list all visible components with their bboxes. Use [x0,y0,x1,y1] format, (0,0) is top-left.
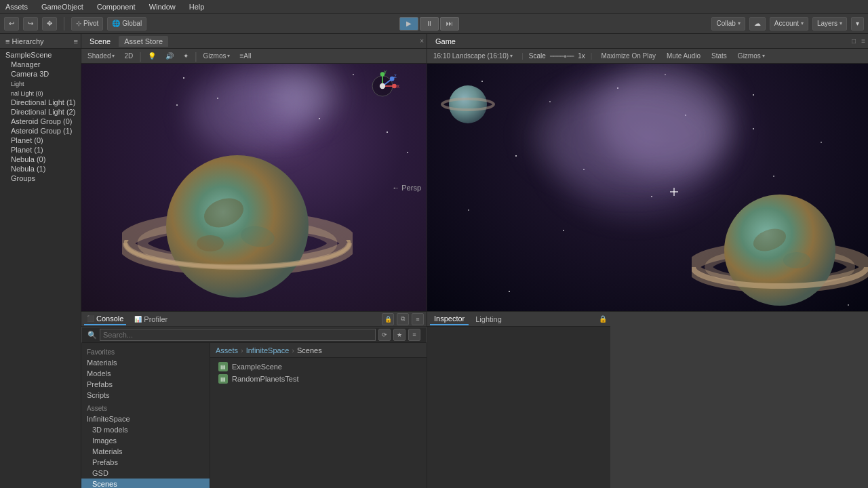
menu-gameobject[interactable]: GameObject [39,3,86,11]
layers-button[interactable]: Layers ▾ [812,17,847,30]
play-button[interactable]: ▶ [399,17,418,30]
hierarchy-camera3d[interactable]: Camera 3D [0,69,81,79]
hierarchy-manager[interactable]: Manager [0,60,81,69]
inspector-lock-icon[interactable]: 🔒 [598,314,608,324]
redo-button[interactable]: ↪ [23,17,38,30]
scene-fx-btn[interactable]: ✦ [180,52,192,60]
menu-help[interactable]: Help [186,3,208,11]
undo-button[interactable]: ↩ [4,17,19,30]
sidebar-prefabs-fav[interactable]: Prefabs [81,379,210,390]
account-button[interactable]: Account ▾ [770,17,808,30]
svg-point-26 [724,195,835,306]
cloud-button[interactable]: ☁ [749,17,766,30]
profiler-tab[interactable]: 📊 Profiler [132,314,170,325]
file-randomplanetstest[interactable]: ▤ RandomPlanetsTest [216,373,421,385]
scene-canvas[interactable]: X Y Z ← Persp [81,64,427,311]
scene-light-btn[interactable]: 💡 [144,52,159,60]
hierarchy-dirlight3[interactable]: Directional Light (2) [0,107,81,117]
hierarchy-asteroid1[interactable]: Asteroid Group (1) [0,126,81,136]
inspector-tab[interactable]: Inspector [430,313,469,325]
global-icon: 🌐 [112,20,120,27]
layers-label: Layers [817,20,837,27]
2d-button[interactable]: 2D [121,52,136,60]
hierarchy-planet1[interactable]: Planet (1) [0,145,81,155]
breadcrumb-assets[interactable]: Assets [216,346,238,354]
scene-tb-divider: | [139,51,142,62]
search-input[interactable] [100,329,376,341]
hierarchy-samplescene[interactable]: SampleScene [0,50,81,60]
sidebar-scenes[interactable]: Scenes [81,479,210,488]
gstar-5 [753,128,754,129]
hierarchy-dirlight1[interactable]: nal Light (0) [0,88,81,98]
play-icon: ▶ [406,20,412,27]
scene-tab[interactable]: Scene [84,36,116,47]
menu-window[interactable]: Window [146,3,178,11]
hierarchy-dirlight2[interactable]: Directional Light (1) [0,98,81,107]
hierarchy-menu-icon[interactable]: ≡ [74,37,78,45]
gstar-15 [563,230,564,231]
menu-component[interactable]: Component [94,3,138,11]
step-button[interactable]: ⏭ [440,17,459,30]
breadcrumb-sep-1: › [241,346,243,354]
game-scale-label: Scale [529,52,546,60]
svg-text:Y: Y [384,70,387,75]
game-tab[interactable]: Game [430,36,461,47]
console-tab[interactable]: ⬛ Console [84,313,126,325]
bottom-icon-filter[interactable]: ⧉ [397,313,409,325]
scene-file-icon-2: ▤ [218,374,228,384]
sidebar-prefabs[interactable]: Prefabs [81,457,210,468]
bottom-icon-lock[interactable]: 🔒 [382,313,394,325]
game-tb-sep1: | [521,52,524,60]
bottom-icon-more[interactable]: ≡ [412,313,424,325]
global-button[interactable]: 🌐 Global [107,17,146,30]
lighting-tab[interactable]: Lighting [471,314,506,325]
mute-audio-button[interactable]: Mute Audio [663,52,704,60]
gstar-13 [753,94,754,96]
search-icon: 🔍 [87,331,97,340]
gizmos-button[interactable]: Gizmos ▾ [200,52,234,60]
account-label: Account [774,20,799,27]
hierarchy-dirlight0[interactable]: Light [0,79,81,88]
sidebar-gsd[interactable]: GSD [81,468,210,479]
game-canvas[interactable] [427,64,868,311]
hierarchy-list: SampleScene Manager Camera 3D Light nal … [0,49,81,488]
stats-button[interactable]: Stats [708,52,730,60]
sidebar-images[interactable]: Images [81,435,210,446]
hierarchy-nebula0[interactable]: Nebula (0) [0,155,81,164]
game-gizmos-button[interactable]: Gizmos ▾ [734,52,768,60]
resolution-button[interactable]: 16:10 Landscape (16:10) ▾ [430,52,516,60]
search-icon-3[interactable]: ≡ [408,329,420,341]
project-main-area: Assets › InfiniteSpace › Scenes ▤ Exampl… [210,343,427,488]
sidebar-3dmodels[interactable]: 3D models [81,424,210,435]
scene-panel-close[interactable]: × [420,37,424,45]
asset-store-tab[interactable]: Asset Store [119,36,168,47]
pause-button[interactable]: ⏸ [420,17,439,30]
account-dropdown-arrow: ▾ [801,20,804,26]
hierarchy-groups[interactable]: Groups [0,174,81,183]
file-examplescene[interactable]: ▤ ExampleScene [216,361,421,373]
hierarchy-nebula1[interactable]: Nebula (1) [0,164,81,174]
game-panel-maximize[interactable]: □ [852,37,856,45]
search-icon-1[interactable]: ⟳ [378,329,391,341]
breadcrumb-infinitespace[interactable]: InfiniteSpace [246,346,290,354]
sidebar-materials-fav[interactable]: Materials [81,357,210,368]
svg-text:X: X [397,84,399,89]
sidebar-scripts-fav[interactable]: Scripts [81,390,210,401]
sidebar-models-fav[interactable]: Models [81,368,210,379]
collab-button[interactable]: Collab ▾ [711,17,745,30]
sidebar-materials[interactable]: Materials [81,446,210,457]
maximize-on-play-button[interactable]: Maximize On Play [597,52,659,60]
pivot-button[interactable]: ⊹ Pivot [71,17,103,30]
shaded-button[interactable]: Shaded ▾ [84,52,118,60]
sidebar-infinitespace[interactable]: InfiniteSpace [81,413,210,424]
game-panel-menu[interactable]: ≡ [861,37,865,45]
hierarchy-planet0[interactable]: Planet (0) [0,136,81,145]
hierarchy-asteroid0[interactable]: Asteroid Group (0) [0,117,81,126]
game-toolbar: 16:10 Landscape (16:10) ▾ | Scale ━━━━●━… [427,49,868,64]
search-icon-2[interactable]: ★ [393,329,406,341]
all-button[interactable]: ≡All [236,52,254,60]
scene-audio-btn[interactable]: 🔊 [162,52,177,60]
hand-tool[interactable]: ✥ [42,17,57,30]
menu-assets[interactable]: Assets [3,3,31,11]
layout-button[interactable]: ▾ [851,17,864,30]
